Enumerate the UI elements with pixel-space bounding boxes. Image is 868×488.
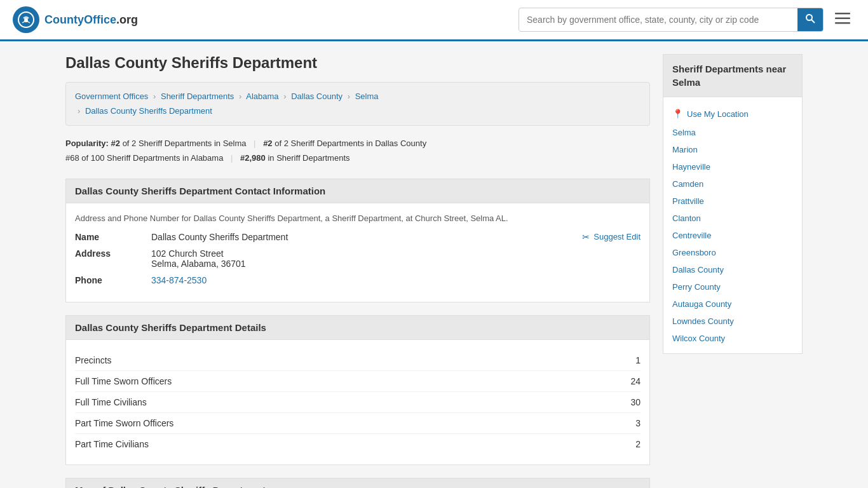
suggest-edit-button[interactable]: ✂ Suggest Edit bbox=[582, 232, 641, 242]
details-value: 30 bbox=[630, 397, 641, 407]
details-label: Part Time Civilians bbox=[75, 439, 149, 449]
sidebar-link[interactable]: Prattville bbox=[672, 196, 704, 206]
details-value: 2 bbox=[635, 439, 641, 449]
details-row: Part Time Sworn Officers3 bbox=[75, 413, 641, 434]
breadcrumb-selma[interactable]: Selma bbox=[355, 92, 379, 101]
sidebar-link-item: Selma bbox=[663, 124, 802, 141]
sidebar-link-item: Greensboro bbox=[663, 244, 802, 261]
details-section-header: Dallas County Sheriffs Department Detail… bbox=[65, 315, 650, 340]
sidebar-link[interactable]: Clanton bbox=[672, 214, 701, 223]
logo-area: CountyOffice.org bbox=[13, 6, 138, 33]
sep5: › bbox=[78, 106, 80, 116]
details-label: Full Time Sworn Officers bbox=[75, 376, 172, 386]
address-line2: Selma, Alabama, 36701 bbox=[151, 259, 246, 269]
suggest-edit-label: Suggest Edit bbox=[593, 232, 641, 241]
details-row: Precincts1 bbox=[75, 350, 641, 371]
contact-phone-row: Phone 334-874-2530 bbox=[75, 275, 641, 285]
contact-section: Dallas County Sheriffs Department Contac… bbox=[65, 179, 650, 302]
rank1-num: #2 bbox=[111, 139, 120, 148]
details-row: Full Time Civilians30 bbox=[75, 392, 641, 413]
breadcrumb: Government Offices › Sheriff Departments… bbox=[65, 82, 650, 126]
sidebar-link-item: Perry County bbox=[663, 278, 802, 295]
breadcrumb-current[interactable]: Dallas County Sheriffs Department bbox=[85, 106, 212, 116]
details-rows: Precincts1Full Time Sworn Officers24Full… bbox=[75, 350, 641, 454]
sidebar-link[interactable]: Autauga County bbox=[672, 299, 731, 309]
sidebar-link-item: Dallas County bbox=[663, 261, 802, 278]
rank1-text: of 2 Sheriff Departments in Selma bbox=[123, 139, 247, 148]
sep4: › bbox=[348, 92, 350, 101]
contact-address-row: Address 102 Church Street Selma, Alabama… bbox=[75, 248, 641, 269]
sidebar-header: Sheriff Departments near Selma bbox=[663, 55, 802, 97]
details-section-body: Precincts1Full Time Sworn Officers24Full… bbox=[65, 340, 650, 465]
sidebar-link[interactable]: Dallas County bbox=[672, 265, 724, 274]
svg-rect-6 bbox=[835, 22, 850, 24]
rank4-num: #2,980 bbox=[240, 153, 266, 163]
details-section: Dallas County Sheriffs Department Detail… bbox=[65, 315, 650, 465]
sidebar-link-item: Lowndes County bbox=[663, 313, 802, 330]
svg-rect-4 bbox=[835, 13, 850, 15]
sidebar-link[interactable]: Marion bbox=[672, 145, 698, 154]
sidebar-link-item: Camden bbox=[663, 175, 802, 193]
main-container: Dallas County Sheriffs Department Govern… bbox=[53, 41, 815, 488]
sidebar-link-item: Centreville bbox=[663, 227, 802, 244]
menu-icon[interactable] bbox=[830, 9, 855, 30]
sidebar-link-item: Marion bbox=[663, 141, 802, 158]
header: CountyOffice.org bbox=[0, 0, 868, 41]
use-my-location-item: 📍 Use My Location bbox=[663, 104, 802, 124]
contact-description: Address and Phone Number for Dallas Coun… bbox=[75, 214, 641, 223]
header-right bbox=[519, 8, 855, 32]
edit-icon: ✂ bbox=[582, 232, 590, 242]
phone-label: Phone bbox=[75, 275, 151, 285]
address-label: Address bbox=[75, 248, 151, 259]
breadcrumb-alabama[interactable]: Alabama bbox=[246, 92, 278, 101]
phone-value: 334-874-2530 bbox=[151, 275, 207, 285]
sidebar-link-item: Hayneville bbox=[663, 158, 802, 175]
search-bar bbox=[519, 8, 824, 32]
search-button[interactable] bbox=[797, 8, 823, 31]
rank3-text: of 100 Sheriff Departments in Alabama bbox=[81, 153, 223, 163]
breadcrumb-gov-offices[interactable]: Government Offices bbox=[75, 92, 148, 101]
sidebar-link[interactable]: Camden bbox=[672, 179, 703, 189]
rank2-text: of 2 Sheriff Departments in Dallas Count… bbox=[275, 139, 426, 148]
sidebar-link[interactable]: Perry County bbox=[672, 282, 721, 292]
details-value: 3 bbox=[635, 418, 641, 428]
contact-section-header: Dallas County Sheriffs Department Contac… bbox=[65, 179, 650, 203]
search-input[interactable] bbox=[519, 10, 797, 30]
sidebar-link[interactable]: Lowndes County bbox=[672, 316, 734, 326]
sep3: › bbox=[283, 92, 286, 101]
sidebar-link[interactable]: Selma bbox=[672, 128, 696, 137]
svg-line-3 bbox=[811, 20, 815, 23]
rank4-text: in Sheriff Departments bbox=[268, 153, 349, 163]
sidebar-link[interactable]: Hayneville bbox=[672, 162, 710, 172]
breadcrumb-dallas-county[interactable]: Dallas County bbox=[291, 92, 342, 101]
sidebar-links: 📍 Use My Location SelmaMarionHaynevilleC… bbox=[663, 97, 802, 353]
popularity-section: Popularity: #2 of 2 Sheriff Departments … bbox=[65, 136, 650, 166]
sidebar-link[interactable]: Wilcox County bbox=[672, 334, 725, 343]
use-my-location-link[interactable]: Use My Location bbox=[687, 109, 749, 119]
details-row: Full Time Sworn Officers24 bbox=[75, 371, 641, 392]
svg-rect-5 bbox=[835, 18, 850, 20]
sidebar-link-item: Prattville bbox=[663, 193, 802, 210]
breadcrumb-sheriff-depts[interactable]: Sheriff Departments bbox=[161, 92, 234, 101]
details-value: 1 bbox=[635, 355, 641, 365]
sidebar-link-item: Wilcox County bbox=[663, 330, 802, 347]
phone-link[interactable]: 334-874-2530 bbox=[151, 275, 207, 285]
sidebar-link-item: Clanton bbox=[663, 210, 802, 227]
details-value: 24 bbox=[630, 376, 641, 386]
name-value: Dallas County Sheriffs Department bbox=[151, 232, 288, 242]
rank3-num: #68 bbox=[65, 153, 79, 163]
logo-icon bbox=[13, 6, 39, 33]
sidebar: Sheriff Departments near Selma 📍 Use My … bbox=[663, 54, 803, 488]
svg-point-2 bbox=[806, 15, 812, 20]
location-pin-icon: 📍 bbox=[672, 109, 683, 119]
popularity-label: Popularity: bbox=[65, 139, 109, 148]
sidebar-link-item: Autauga County bbox=[663, 295, 802, 313]
address-value: 102 Church Street Selma, Alabama, 36701 bbox=[151, 248, 246, 269]
contact-name-row: Name Dallas County Sheriffs Department ✂… bbox=[75, 232, 641, 242]
details-label: Full Time Civilians bbox=[75, 397, 147, 407]
rank2-num: #2 bbox=[263, 139, 272, 148]
details-row: Part Time Civilians2 bbox=[75, 434, 641, 454]
address-line1: 102 Church Street bbox=[151, 248, 246, 259]
sidebar-link[interactable]: Greensboro bbox=[672, 248, 716, 257]
sidebar-link[interactable]: Centreville bbox=[672, 231, 711, 240]
